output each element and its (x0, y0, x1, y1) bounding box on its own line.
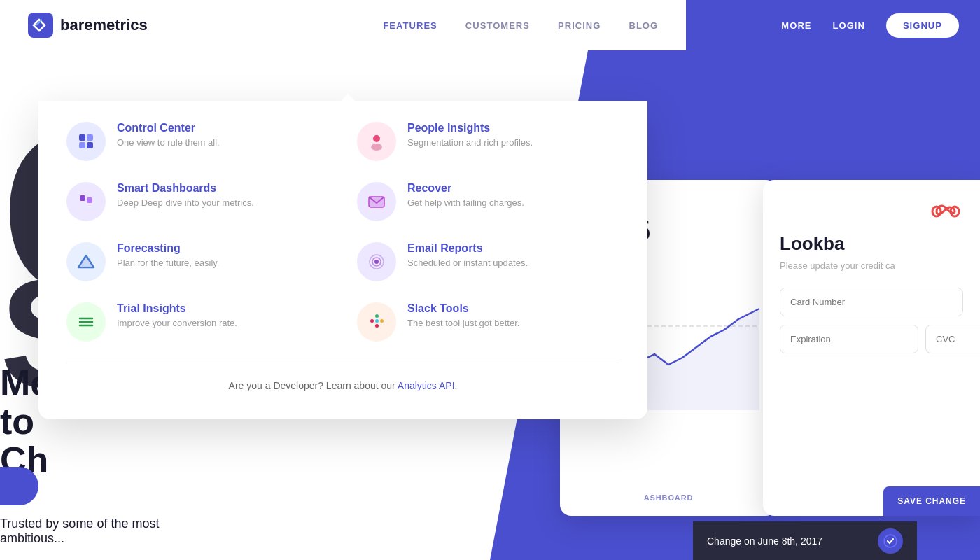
people-insights-title: People Insights (407, 122, 533, 134)
notification-bar: Change on June 8th, 2017 (693, 522, 917, 560)
triangle-icon (76, 252, 96, 272)
control-center-title: Control Center (117, 122, 220, 134)
svg-rect-13 (80, 195, 85, 201)
logo-icon (28, 13, 53, 38)
card-details-row (780, 325, 963, 354)
nav-blog[interactable]: BLOG (629, 20, 658, 31)
svg-rect-8 (79, 142, 85, 148)
svg-rect-28 (380, 319, 384, 323)
slack-tools-title: Slack Tools (407, 302, 519, 315)
analytics-api-link[interactable]: Analytics API (398, 380, 455, 391)
footer-text: Are you a Developer? Learn about our (229, 380, 398, 391)
nav-right-area: MORE LOGIN SIGNUP (686, 0, 980, 50)
smart-dashboards-text: Smart Dashboards Deep Deep dive into you… (117, 182, 254, 208)
people-insights-text: People Insights Segmentation and rich pr… (407, 122, 533, 148)
svg-rect-7 (87, 134, 93, 141)
svg-rect-9 (87, 142, 93, 148)
grid-icon (76, 132, 96, 151)
lookback-subtitle: Please update your credit ca (780, 260, 963, 271)
slack-tools-desc: The best tool just got better. (407, 318, 519, 328)
recover-title: Recover (407, 182, 524, 195)
save-change-button[interactable]: SAVE CHANGE (883, 486, 980, 516)
cvc-input[interactable] (925, 325, 980, 354)
lookback-card: Lookba Please update your credit ca SAVE… (763, 180, 980, 516)
checkmark-icon (883, 534, 897, 548)
nav-more[interactable]: MORE (781, 20, 811, 31)
trial-insights-icon (66, 302, 106, 342)
forecasting-icon (66, 242, 106, 281)
email-reports-desc: Scheduled or instant updates. (407, 258, 528, 268)
menu-item-people-insights[interactable]: People Insights Segmentation and rich pr… (357, 122, 620, 161)
big-text-to: to (0, 400, 34, 442)
trusted-text: Trusted by some of the most ambitious... (0, 517, 210, 546)
svg-rect-29 (375, 324, 379, 328)
email-reports-icon (357, 242, 396, 281)
features-dropdown: Control Center One view to rule them all… (38, 101, 648, 419)
notification-text: Change on June 8th, 2017 (707, 536, 869, 547)
menu-item-slack-tools[interactable]: Slack Tools The best tool just got bette… (357, 302, 620, 342)
smart-dashboards-icon (66, 182, 106, 221)
svg-point-5 (884, 535, 897, 547)
smart-dashboards-title: Smart Dashboards (117, 182, 254, 195)
people-insights-icon (357, 122, 396, 161)
svg-rect-6 (79, 134, 85, 141)
expiration-input[interactable] (780, 325, 918, 354)
person-icon (367, 132, 386, 151)
nav-features[interactable]: FEATURES (383, 20, 437, 31)
dropdown-grid: Control Center One view to rule them all… (66, 122, 620, 342)
control-center-icon (66, 122, 106, 161)
trial-insights-desc: Improve your conversion rate. (117, 318, 237, 328)
menu-lines-icon (76, 312, 96, 332)
nav-login[interactable]: LOGIN (833, 20, 865, 31)
email-reports-title: Email Reports (407, 242, 528, 255)
smart-dashboards-desc: Deep Deep dive into your metrics. (117, 197, 254, 208)
forecasting-text: Forecasting Plan for the future, easily. (117, 242, 219, 268)
lookback-icon (928, 201, 963, 222)
forecasting-title: Forecasting (117, 242, 219, 255)
recover-text: Recover Get help with failing charges. (407, 182, 524, 208)
menu-item-recover[interactable]: Recover Get help with failing charges. (357, 182, 620, 221)
slack-tools-icon (357, 302, 396, 342)
svg-point-21 (374, 260, 379, 264)
lookback-title: Lookba (780, 233, 963, 255)
forecasting-desc: Plan for the future, easily. (117, 258, 219, 268)
envelope-icon (367, 192, 386, 211)
menu-item-email-reports[interactable]: Email Reports Scheduled or instant updat… (357, 242, 620, 281)
nav-pricing[interactable]: PRICING (558, 20, 601, 31)
lookback-logo-area (780, 201, 963, 222)
svg-rect-26 (375, 319, 379, 323)
svg-rect-0 (28, 13, 53, 38)
dashboard-button[interactable]: ASHBOARD (644, 493, 694, 502)
slack-tools-text: Slack Tools The best tool just got bette… (407, 302, 519, 328)
menu-item-trial-insights[interactable]: Trial Insights Improve your conversion r… (66, 302, 329, 342)
menu-item-smart-dashboards[interactable]: Smart Dashboards Deep Deep dive into you… (66, 182, 329, 221)
target-icon (367, 252, 386, 272)
notification-icon (878, 528, 903, 554)
menu-item-forecasting[interactable]: Forecasting Plan for the future, easily. (66, 242, 329, 281)
control-center-text: Control Center One view to rule them all… (117, 122, 220, 148)
email-reports-text: Email Reports Scheduled or instant updat… (407, 242, 528, 268)
recover-desc: Get help with failing charges. (407, 197, 524, 208)
slack-icon (367, 312, 386, 332)
main-area: G S Me to Ch urring Revenue 9,515 o July… (0, 50, 980, 560)
dropdown-footer: Are you a Developer? Learn about our Ana… (66, 363, 620, 391)
recover-icon (357, 182, 396, 221)
nav-signup-button[interactable]: SIGNUP (886, 13, 959, 38)
trial-insights-text: Trial Insights Improve your conversion r… (117, 302, 237, 328)
logo-text: baremetrics (60, 16, 148, 34)
nav-customers[interactable]: CUSTOMERS (465, 20, 530, 31)
trial-insights-title: Trial Insights (117, 302, 237, 315)
dropdown-triangle (340, 94, 356, 102)
people-insights-desc: Segmentation and rich profiles. (407, 137, 533, 148)
menu-item-control-center[interactable]: Control Center One view to rule them all… (66, 122, 329, 161)
blue-side-button[interactable] (0, 467, 38, 505)
svg-rect-25 (370, 319, 374, 323)
svg-point-12 (374, 135, 379, 139)
svg-point-11 (371, 144, 382, 150)
logo[interactable]: baremetrics (28, 13, 148, 38)
svg-rect-14 (87, 197, 92, 203)
svg-rect-27 (375, 314, 379, 318)
card-number-input[interactable] (780, 288, 963, 316)
footer-period: . (455, 380, 458, 391)
squares-icon (76, 192, 96, 211)
